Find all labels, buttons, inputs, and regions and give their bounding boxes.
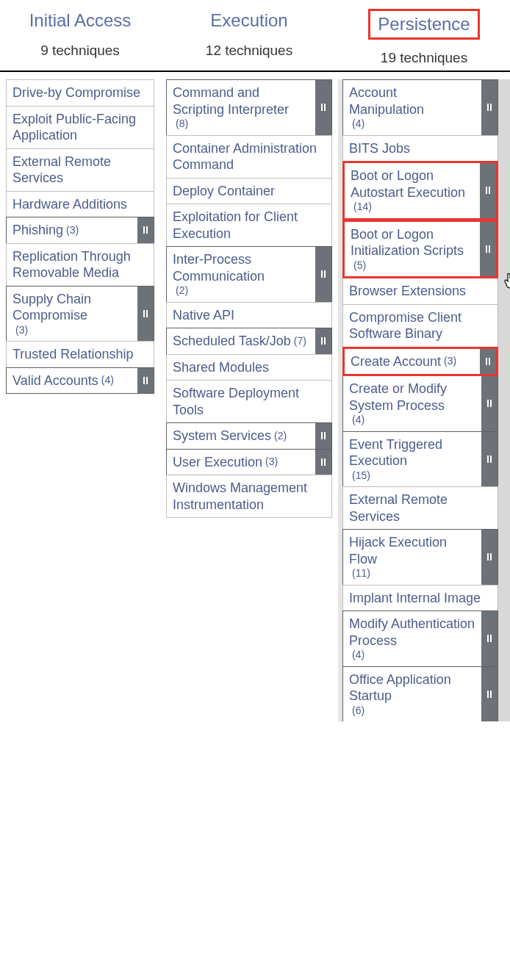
subtechnique-count: (14)	[353, 201, 372, 214]
technique-label[interactable]: Windows Management Instrumentation	[167, 475, 331, 517]
technique-cell[interactable]: Phishing(3)	[6, 217, 154, 244]
technique-cell[interactable]: Software Deployment Tools	[166, 380, 332, 423]
technique-label[interactable]: Hijack Execution Flow(11)	[343, 530, 481, 585]
technique-cell[interactable]: Modify Authentication Process(4)	[342, 610, 498, 667]
technique-cell[interactable]: Shared Modules	[166, 354, 332, 381]
technique-cell[interactable]: Trusted Relationship	[6, 341, 154, 368]
technique-cell[interactable]: Windows Management Instrumentation	[166, 475, 332, 518]
column-title[interactable]: Persistence	[368, 9, 479, 40]
technique-cell[interactable]: Event Triggered Execution(15)	[342, 431, 498, 488]
technique-label[interactable]: Trusted Relationship	[7, 342, 154, 367]
technique-label[interactable]: Drive-by Compromise	[7, 80, 154, 106]
expand-handle-icon[interactable]	[137, 368, 154, 394]
expand-handle-icon[interactable]	[481, 530, 498, 585]
expand-handle-icon[interactable]	[481, 611, 498, 666]
expand-handle-icon[interactable]	[481, 80, 498, 135]
technique-cell[interactable]: Deploy Container	[166, 178, 332, 205]
technique-cell[interactable]: Scheduled Task/Job(7)	[166, 328, 332, 355]
technique-label[interactable]: Modify Authentication Process(4)	[343, 611, 481, 666]
expand-handle-icon[interactable]	[137, 217, 154, 243]
technique-cell[interactable]: Inter-Process Communication(2)	[166, 246, 332, 303]
technique-cell[interactable]: Office Application Startup(6)	[342, 666, 498, 722]
technique-cell[interactable]: Create or Modify System Process(4)	[342, 375, 498, 432]
technique-label[interactable]: Command and Scripting Interpreter(8)	[167, 80, 315, 135]
technique-label[interactable]: Valid Accounts(4)	[7, 368, 137, 394]
technique-cell[interactable]: Valid Accounts(4)	[6, 367, 154, 394]
technique-label[interactable]: Create or Modify System Process(4)	[343, 376, 481, 431]
technique-text: Create or Modify System Process	[349, 381, 475, 414]
technique-cell[interactable]: Native API	[166, 302, 332, 329]
expand-handle-icon[interactable]	[315, 450, 331, 475]
technique-label[interactable]: Browser Extensions	[343, 278, 498, 304]
expand-handle-icon[interactable]	[315, 328, 331, 354]
technique-label[interactable]: Compromise Client Software Binary	[343, 305, 498, 347]
column-title[interactable]: Execution	[206, 9, 292, 32]
technique-label[interactable]: Container Administration Command	[167, 136, 331, 178]
column-title[interactable]: Initial Access	[25, 9, 136, 32]
technique-label[interactable]: Deploy Container	[167, 179, 331, 204]
expand-handle-icon[interactable]	[315, 80, 331, 135]
technique-label[interactable]: Event Triggered Execution(15)	[343, 432, 481, 487]
technique-label[interactable]: Hardware Additions	[7, 192, 154, 217]
technique-text: Event Triggered Execution	[349, 436, 475, 469]
technique-cell[interactable]: Command and Scripting Interpreter(8)	[166, 79, 332, 136]
technique-cell[interactable]: Hijack Execution Flow(11)	[342, 529, 498, 586]
technique-label[interactable]: BITS Jobs	[343, 136, 498, 162]
technique-label[interactable]: Software Deployment Tools	[167, 381, 331, 422]
scrollbar[interactable]	[498, 79, 510, 721]
technique-label[interactable]: Shared Modules	[167, 355, 331, 381]
expand-handle-icon[interactable]	[480, 222, 496, 277]
technique-label[interactable]: Account Manipulation(4)	[343, 80, 481, 135]
technique-label[interactable]: Exploit Public-Facing Application	[7, 107, 154, 148]
technique-cell[interactable]: Create Account(3)	[342, 347, 498, 377]
technique-cell[interactable]: Browser Extensions	[342, 278, 498, 305]
technique-label[interactable]: Create Account(3)	[345, 349, 480, 375]
expand-handle-icon[interactable]	[481, 432, 498, 487]
technique-cell[interactable]: Compromise Client Software Binary	[342, 304, 498, 347]
technique-label[interactable]: System Services(2)	[167, 423, 315, 449]
expand-handle-icon[interactable]	[315, 247, 331, 302]
technique-cell[interactable]: Implant Internal Image	[342, 585, 498, 612]
technique-label[interactable]: Replication Through Removable Media	[7, 244, 154, 286]
technique-label[interactable]: Boot or Logon Initialization Scripts(5)	[345, 222, 480, 277]
expand-handle-icon[interactable]	[480, 349, 496, 375]
expand-handle-icon[interactable]	[481, 376, 498, 431]
technique-label[interactable]: Inter-Process Communication(2)	[167, 247, 315, 302]
column-subtitle: 12 techniques	[160, 35, 338, 63]
technique-label[interactable]: Implant Internal Image	[343, 586, 498, 611]
technique-cell[interactable]: External Remote Services	[342, 486, 498, 530]
expand-handle-icon[interactable]	[480, 163, 496, 218]
technique-cell[interactable]: Exploit Public-Facing Application	[6, 106, 154, 149]
technique-label[interactable]: External Remote Services	[343, 487, 498, 529]
technique-label[interactable]: External Remote Services	[7, 149, 154, 191]
technique-cell[interactable]: Account Manipulation(4)	[342, 79, 498, 136]
technique-cell[interactable]: External Remote Services	[6, 148, 154, 192]
technique-cell[interactable]: Replication Through Removable Media	[6, 243, 154, 287]
technique-cell[interactable]: BITS Jobs	[342, 135, 498, 162]
technique-cell[interactable]: System Services(2)	[166, 422, 332, 450]
technique-cell[interactable]: Supply Chain Compromise(3)	[6, 286, 154, 342]
subtechnique-count: (4)	[352, 414, 364, 427]
technique-cell[interactable]: Boot or Logon Autostart Execution(14)	[342, 161, 498, 220]
technique-cell[interactable]: Drive-by Compromise	[6, 79, 154, 107]
technique-cell[interactable]: Exploitation for Client Execution	[166, 203, 332, 247]
subtechnique-count: (7)	[294, 335, 306, 348]
technique-label[interactable]: Office Application Startup(6)	[343, 667, 481, 722]
technique-label[interactable]: Boot or Logon Autostart Execution(14)	[345, 163, 480, 218]
technique-text: Inter-Process Communication	[173, 251, 309, 284]
expand-handle-icon[interactable]	[315, 423, 331, 449]
technique-cell[interactable]: Container Administration Command	[166, 135, 332, 179]
technique-cell[interactable]: Hardware Additions	[6, 191, 154, 218]
technique-label[interactable]: Native API	[167, 303, 331, 328]
technique-label[interactable]: Supply Chain Compromise(3)	[7, 287, 137, 342]
technique-label[interactable]: Scheduled Task/Job(7)	[167, 328, 315, 354]
technique-label[interactable]: Phishing(3)	[7, 217, 137, 243]
technique-label[interactable]: User Execution(3)	[167, 450, 315, 475]
expand-handle-icon[interactable]	[137, 287, 154, 342]
technique-text: System Services	[173, 428, 271, 444]
expand-handle-icon[interactable]	[481, 667, 498, 722]
technique-cell[interactable]: User Execution(3)	[166, 449, 332, 476]
technique-label[interactable]: Exploitation for Client Execution	[167, 204, 331, 246]
subtechnique-count: (4)	[352, 649, 364, 662]
technique-cell[interactable]: Boot or Logon Initialization Scripts(5)	[342, 220, 498, 279]
